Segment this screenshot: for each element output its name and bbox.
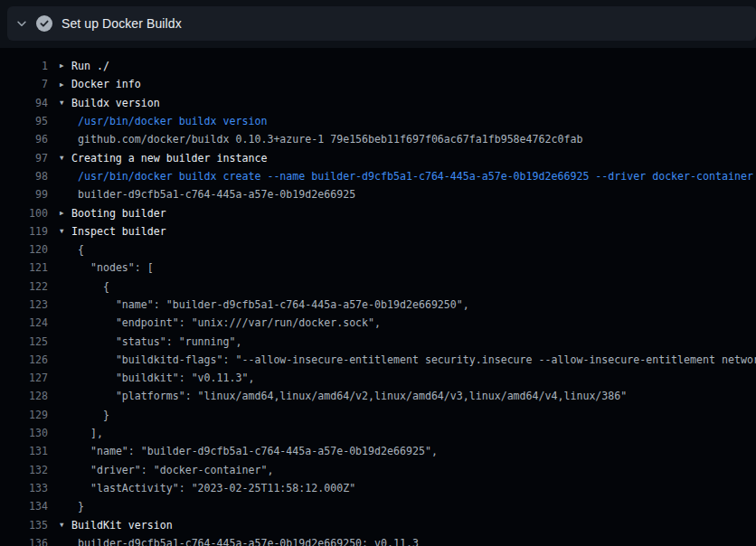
chevron-down-icon xyxy=(15,17,28,30)
log-line-content: "endpoint": "unix:///var/run/docker.sock… xyxy=(60,316,381,329)
line-number[interactable]: 95 xyxy=(0,115,48,127)
group-title: Buildx version xyxy=(71,97,160,109)
line-number[interactable]: 136 xyxy=(0,537,48,546)
group-title: Creating a new builder instance xyxy=(71,152,267,165)
line-number[interactable]: 133 xyxy=(0,482,48,494)
line-number[interactable]: 134 xyxy=(0,500,48,513)
output-text: { xyxy=(78,243,84,256)
output-text: "name": "builder-d9cfb5a1-c764-445a-a57e… xyxy=(78,298,469,311)
log-line-content: "nodes": [ xyxy=(60,261,154,274)
triangle-collapsed-icon[interactable]: ▶ xyxy=(60,81,71,89)
command-text: /usr/bin/docker buildx version xyxy=(78,115,267,127)
line-number[interactable]: 121 xyxy=(0,261,48,274)
log-line: 136builder-d9cfb5a1-c764-445a-a57e-0b19d… xyxy=(0,534,756,546)
line-number[interactable]: 131 xyxy=(0,445,48,457)
log-group-row[interactable]: 1▶Run ./ xyxy=(0,57,756,75)
log-line-content: "driver": "docker-container", xyxy=(60,464,273,476)
group-title: Booting builder xyxy=(71,207,166,220)
line-number[interactable]: 129 xyxy=(0,409,48,421)
log-group-row[interactable]: 97▼Creating a new builder instance xyxy=(0,148,756,166)
output-text: "lastActivity": "2023-02-25T11:58:12.000… xyxy=(78,482,355,494)
triangle-collapsed-icon[interactable]: ▶ xyxy=(60,62,71,70)
log-group-row[interactable]: 119▼Inspect builder xyxy=(0,222,756,240)
log-line-content: github.com/docker/buildx 0.10.3+azure-1 … xyxy=(60,133,582,146)
log-line-content: } xyxy=(60,500,84,513)
log-group-row[interactable]: 100▶Booting builder xyxy=(0,203,756,221)
log-line-content: /usr/bin/docker buildx create --name bui… xyxy=(60,170,753,183)
line-number[interactable]: 127 xyxy=(0,372,48,384)
command-text: /usr/bin/docker buildx create --name bui… xyxy=(78,170,753,183)
log-line-content: "buildkitd-flags": "--allow-insecure-ent… xyxy=(60,353,756,366)
output-text: "platforms": "linux/amd64,linux/amd64/v2… xyxy=(78,390,627,402)
output-text: "buildkitd-flags": "--allow-insecure-ent… xyxy=(78,353,756,366)
output-text: ], xyxy=(78,427,103,439)
log-line: 123 "name": "builder-d9cfb5a1-c764-445a-… xyxy=(0,296,756,314)
log-line: 132 "driver": "docker-container", xyxy=(0,461,756,479)
line-number[interactable]: 125 xyxy=(0,335,48,348)
log-line: 96github.com/docker/buildx 0.10.3+azure-… xyxy=(0,130,756,148)
line-number[interactable]: 132 xyxy=(0,464,48,476)
log-line-content: "status": "running", xyxy=(60,335,241,348)
line-number[interactable]: 120 xyxy=(0,243,48,256)
step-header[interactable]: Set up Docker Buildx xyxy=(7,6,756,41)
log-line-content: ▶Run ./ xyxy=(60,60,109,72)
triangle-expanded-icon[interactable]: ▼ xyxy=(60,99,71,107)
output-text: "nodes": [ xyxy=(78,261,154,274)
log-line: 128 "platforms": "linux/amd64,linux/amd6… xyxy=(0,387,756,405)
line-number[interactable]: 124 xyxy=(0,316,48,329)
log-line: 126 "buildkitd-flags": "--allow-insecure… xyxy=(0,351,756,369)
log-line: 120{ xyxy=(0,240,756,259)
log-line: 127 "buildkit": "v0.11.3", xyxy=(0,369,756,387)
log-line: 133 "lastActivity": "2023-02-25T11:58:12… xyxy=(0,479,756,497)
log-viewer: 1▶Run ./7▶Docker info94▼Buildx version95… xyxy=(0,48,756,546)
line-number[interactable]: 123 xyxy=(0,298,48,311)
log-line-content: ▶Booting builder xyxy=(60,207,166,220)
log-line-content: ▼Buildx version xyxy=(60,97,160,109)
line-number[interactable]: 7 xyxy=(0,78,48,90)
triangle-expanded-icon[interactable]: ▼ xyxy=(60,522,71,529)
log-line: 124 "endpoint": "unix:///var/run/docker.… xyxy=(0,314,756,332)
output-text: "status": "running", xyxy=(78,335,241,348)
log-line: 131 "name": "builder-d9cfb5a1-c764-445a-… xyxy=(0,442,756,460)
output-text: github.com/docker/buildx 0.10.3+azure-1 … xyxy=(78,133,582,146)
log-line-content: { xyxy=(60,243,84,256)
step-header-strip: Set up Docker Buildx xyxy=(0,6,756,48)
triangle-expanded-icon[interactable]: ▼ xyxy=(60,155,71,162)
line-number[interactable]: 128 xyxy=(0,390,48,402)
triangle-collapsed-icon[interactable]: ▶ xyxy=(60,210,71,217)
line-number[interactable]: 100 xyxy=(0,207,48,220)
line-number[interactable]: 119 xyxy=(0,225,48,238)
output-text: builder-d9cfb5a1-c764-445a-a57e-0b19d2e6… xyxy=(78,537,419,546)
line-number[interactable]: 97 xyxy=(0,152,48,165)
log-group-row[interactable]: 7▶Docker info xyxy=(0,75,756,93)
log-line: 98/usr/bin/docker buildx create --name b… xyxy=(0,167,756,185)
output-text: { xyxy=(78,280,109,293)
line-number[interactable]: 99 xyxy=(0,188,48,201)
log-line-content: builder-d9cfb5a1-c764-445a-a57e-0b19d2e6… xyxy=(60,537,419,546)
line-number[interactable]: 98 xyxy=(0,170,48,183)
line-number[interactable]: 1 xyxy=(0,60,48,72)
line-number[interactable]: 126 xyxy=(0,353,48,366)
log-line-content: "platforms": "linux/amd64,linux/amd64/v2… xyxy=(60,390,627,402)
log-line-content: ], xyxy=(60,427,103,439)
line-number[interactable]: 122 xyxy=(0,280,48,293)
log-line: 95/usr/bin/docker buildx version xyxy=(0,112,756,130)
log-line-content: ▶Docker info xyxy=(60,78,141,90)
output-text: "endpoint": "unix:///var/run/docker.sock… xyxy=(78,316,381,329)
collapse-step-button[interactable] xyxy=(13,14,31,33)
log-group-row[interactable]: 135▼BuildKit version xyxy=(0,515,756,533)
log-line-content: } xyxy=(60,409,109,421)
log-line-content: ▼BuildKit version xyxy=(60,519,173,532)
log-line: 125 "status": "running", xyxy=(0,332,756,350)
log-group-row[interactable]: 94▼Buildx version xyxy=(0,94,756,112)
line-number[interactable]: 135 xyxy=(0,519,48,532)
group-title: Run ./ xyxy=(71,60,109,72)
step-success-check-icon xyxy=(36,15,52,32)
line-number[interactable]: 96 xyxy=(0,133,48,146)
log-line-content: builder-d9cfb5a1-c764-445a-a57e-0b19d2e6… xyxy=(60,188,355,201)
log-line-content: "name": "builder-d9cfb5a1-c764-445a-a57e… xyxy=(60,445,438,457)
triangle-expanded-icon[interactable]: ▼ xyxy=(60,228,71,235)
log-line: 129 } xyxy=(0,406,756,424)
line-number[interactable]: 94 xyxy=(0,97,48,109)
line-number[interactable]: 130 xyxy=(0,427,48,439)
